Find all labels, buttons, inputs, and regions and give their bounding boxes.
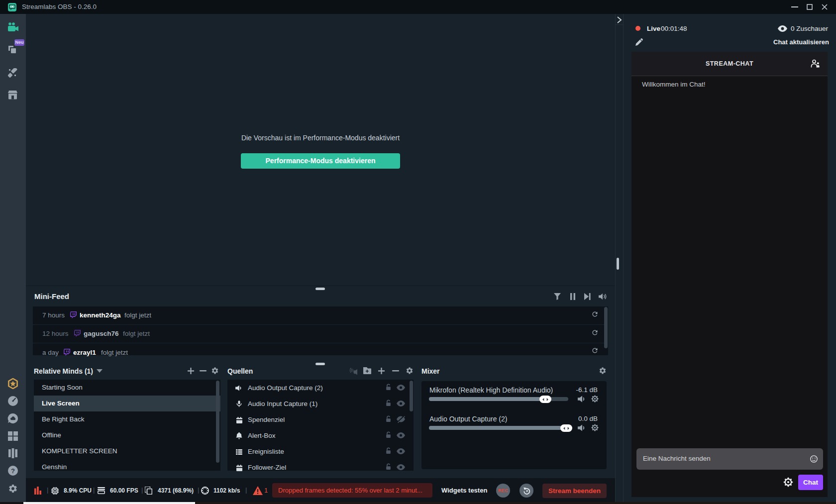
- svg-text:?: ?: [11, 467, 15, 475]
